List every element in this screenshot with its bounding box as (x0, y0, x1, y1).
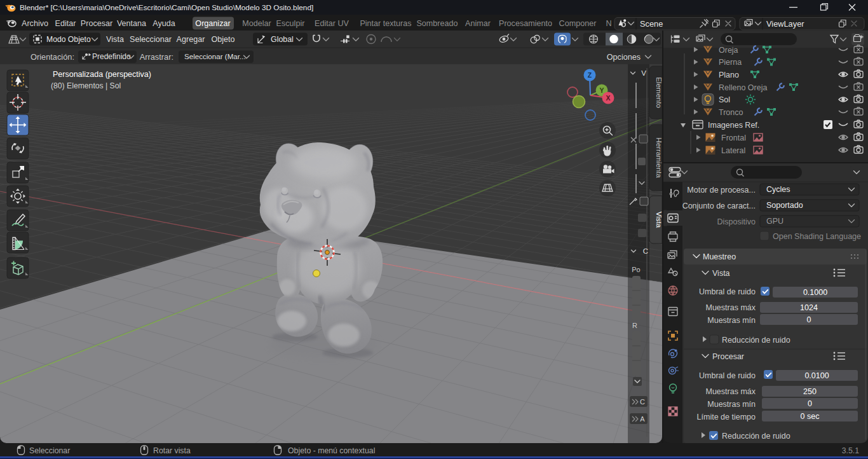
svg-text:C: C (643, 247, 648, 255)
svg-text:Reducción de ruido: Reducción de ruido (722, 432, 790, 441)
svg-text:Sombreado: Sombreado (416, 19, 458, 28)
svg-text:V: V (641, 69, 646, 77)
svg-text:Open Shading Language: Open Shading Language (773, 232, 861, 241)
svg-text:Po: Po (632, 266, 640, 273)
svg-text:3.5.1: 3.5.1 (842, 446, 860, 455)
svg-text:Editar: Editar (55, 19, 76, 28)
svg-text:Lateral: Lateral (721, 146, 745, 155)
svg-text:Agregar: Agregar (177, 35, 205, 44)
svg-text:Muestras mín: Muestras mín (707, 316, 756, 325)
svg-text:Ayuda: Ayuda (153, 19, 175, 28)
svg-text:Seleccionar (Mar...: Seleccionar (Mar... (184, 52, 246, 60)
svg-text:Imagenes Ref.: Imagenes Ref. (708, 121, 759, 130)
svg-text:Scene: Scene (640, 19, 663, 29)
svg-text:Global: Global (271, 35, 294, 44)
svg-text:Orientación:: Orientación: (31, 52, 74, 62)
svg-text:(80) Elementos | Sol: (80) Elementos | Sol (51, 81, 121, 90)
svg-text:Umbral de ruido: Umbral de ruido (699, 287, 756, 296)
svg-text:Reducción de ruido: Reducción de ruido (722, 336, 790, 345)
svg-text:Procesar: Procesar (81, 19, 112, 28)
svg-text:Y: Y (599, 86, 604, 94)
svg-text:250: 250 (803, 387, 817, 396)
svg-text:A: A (640, 415, 645, 423)
svg-text:N: N (606, 19, 611, 28)
svg-text:Z: Z (588, 71, 592, 79)
svg-text:Procesar: Procesar (712, 352, 744, 361)
svg-text:Frontal: Frontal (721, 134, 746, 142)
svg-text:Muestreo: Muestreo (703, 252, 736, 261)
svg-text:Muestras mín: Muestras mín (707, 400, 756, 409)
svg-text:Seleccionar: Seleccionar (130, 35, 172, 44)
svg-text:Archivo: Archivo (22, 19, 48, 28)
svg-text:C: C (640, 398, 645, 406)
svg-text:1024: 1024 (800, 303, 818, 312)
svg-text:GPU: GPU (766, 217, 783, 226)
svg-text:Tronco: Tronco (719, 108, 743, 117)
svg-text:0.0100: 0.0100 (804, 371, 829, 380)
svg-text:Umbral de ruido: Umbral de ruido (699, 371, 756, 380)
svg-text:Modelar: Modelar (242, 19, 271, 28)
svg-text:Procesamiento: Procesamiento (499, 19, 552, 28)
svg-text:Pierna: Pierna (719, 58, 742, 67)
svg-text:Límite de tiempo: Límite de tiempo (697, 413, 756, 421)
svg-text:Relleno Oreja: Relleno Oreja (719, 83, 767, 92)
svg-text:Dispositivo: Dispositivo (717, 217, 756, 226)
svg-text:Vista: Vista (655, 212, 663, 228)
svg-text:0: 0 (808, 399, 812, 408)
svg-text:Pintar texturas: Pintar texturas (360, 19, 411, 28)
svg-text:Animar: Animar (465, 19, 491, 28)
svg-text:Rotar vista: Rotar vista (153, 446, 191, 455)
svg-text:Predefinido: Predefinido (92, 52, 131, 61)
svg-text:Vista: Vista (712, 269, 730, 278)
svg-text:Componer: Componer (559, 19, 597, 28)
svg-text:Vista: Vista (106, 35, 124, 44)
svg-text:0: 0 (807, 315, 811, 324)
svg-text:Muestras máx: Muestras máx (706, 387, 756, 396)
svg-text:Herramienta: Herramienta (655, 137, 663, 178)
svg-text:Sol: Sol (719, 95, 730, 104)
svg-text:Editar UV: Editar UV (315, 19, 349, 28)
svg-text:ViewLayer: ViewLayer (766, 19, 804, 29)
svg-text:Elemento: Elemento (655, 77, 663, 108)
svg-text:Conjunto de caract...: Conjunto de caract... (682, 202, 756, 210)
svg-text:Objeto - menú contextual: Objeto - menú contextual (288, 446, 375, 455)
svg-text:0.1000: 0.1000 (803, 288, 827, 297)
svg-text:Esculpir: Esculpir (276, 19, 305, 28)
svg-text:Seleccionar: Seleccionar (29, 446, 70, 455)
svg-text:Ventana: Ventana (117, 19, 146, 28)
svg-text:Plano: Plano (719, 71, 739, 79)
svg-text:0 sec: 0 sec (801, 412, 820, 421)
svg-text:Arrastrar:: Arrastrar: (140, 52, 173, 62)
svg-text:Organizar: Organizar (195, 19, 230, 28)
svg-text:Motor de procesa...: Motor de procesa... (687, 186, 756, 195)
svg-text:Blender* [C:\Users\maria\OneDr: Blender* [C:\Users\maria\OneDrive\Escrit… (20, 3, 313, 12)
svg-text:Muestras máx: Muestras máx (706, 303, 756, 312)
svg-text:Opciones: Opciones (607, 53, 641, 62)
svg-text:Modo Objeto: Modo Objeto (46, 35, 91, 44)
svg-text:Cycles: Cycles (766, 185, 790, 194)
svg-text:Personalizada (perspectiva): Personalizada (perspectiva) (53, 70, 151, 79)
svg-text:X: X (606, 94, 610, 102)
svg-text:Oreja: Oreja (719, 46, 738, 55)
svg-text:R: R (632, 322, 637, 329)
svg-text:Soportado: Soportado (766, 201, 803, 210)
svg-text:Objeto: Objeto (211, 35, 234, 44)
